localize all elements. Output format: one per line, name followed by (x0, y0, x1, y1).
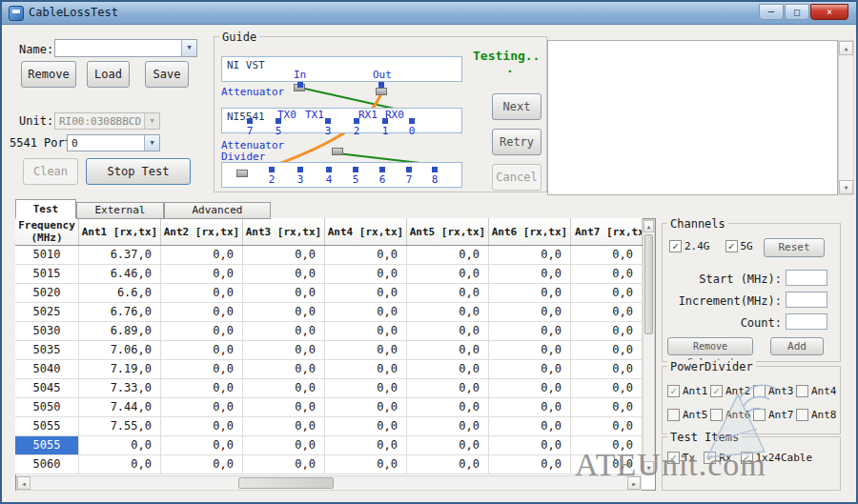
value-cell[interactable]: 0,0 (243, 265, 325, 283)
value-cell[interactable]: 0,0 (571, 379, 643, 397)
table-row[interactable]: 50557.55,00,00,00,00,00,00,0 (15, 417, 643, 436)
checkbox-icon[interactable] (796, 409, 808, 421)
value-cell[interactable]: 6.76,0 (79, 303, 161, 321)
value-cell[interactable]: 0,0 (325, 284, 407, 302)
value-cell[interactable]: 7.19,0 (79, 360, 161, 378)
value-cell[interactable]: 0,0 (161, 398, 243, 416)
close-button[interactable]: × (810, 4, 848, 20)
value-cell[interactable]: 0,0 (161, 360, 243, 378)
tab-external-atten[interactable]: External Atten (76, 202, 164, 219)
clean-button[interactable]: Clean (23, 158, 78, 185)
cancel-button[interactable]: Cancel (492, 164, 541, 191)
tab-test-atten[interactable]: Test Atten (15, 199, 76, 219)
value-cell[interactable]: 0,0 (489, 303, 571, 321)
hscroll-thumb[interactable] (238, 477, 334, 489)
value-cell[interactable]: 0,0 (571, 284, 643, 302)
value-cell[interactable]: 0,0 (571, 436, 643, 454)
value-cell[interactable]: 0,0 (407, 360, 489, 378)
power-divider-checkbox-ant6[interactable]: Ant6 (710, 409, 753, 421)
scroll-left-icon[interactable]: ◀ (17, 476, 31, 490)
maximize-button[interactable]: □ (785, 4, 809, 20)
value-cell[interactable]: 0,0 (243, 246, 325, 264)
value-cell[interactable]: 0,0 (407, 322, 489, 340)
value-cell[interactable]: 0,0 (489, 322, 571, 340)
table-vscrollbar[interactable]: ▲ ▼ (643, 219, 655, 474)
value-cell[interactable]: 0,0 (161, 284, 243, 302)
value-cell[interactable]: 0,0 (325, 455, 407, 474)
value-cell[interactable]: 7.44,0 (79, 398, 161, 416)
scroll-right-icon[interactable]: ▶ (627, 476, 641, 490)
checkbox-icon[interactable]: ✓ (669, 240, 682, 252)
chevron-down-icon[interactable]: ▼ (181, 40, 196, 56)
value-cell[interactable]: 6.46,0 (79, 265, 161, 283)
value-cell[interactable]: 6.89,0 (79, 322, 161, 340)
value-cell[interactable]: 0,0 (161, 341, 243, 359)
channel-checkbox-2.4g[interactable]: ✓2.4G (669, 240, 710, 252)
value-cell[interactable]: 0,0 (489, 455, 571, 474)
value-cell[interactable]: 0,0 (243, 341, 325, 359)
vscroll-thumb[interactable] (644, 234, 653, 334)
table-row[interactable]: 50156.46,00,00,00,00,00,00,0 (15, 265, 643, 284)
power-divider-checkbox-ant8[interactable]: Ant8 (796, 409, 839, 421)
frequency-cell[interactable]: 5020 (15, 284, 79, 302)
scroll-up-icon[interactable]: ▲ (644, 220, 654, 232)
checkbox-icon[interactable] (753, 409, 766, 421)
value-cell[interactable]: 0,0 (489, 436, 571, 454)
value-cell[interactable]: 0,0 (571, 341, 643, 359)
value-cell[interactable]: 0,0 (407, 246, 489, 264)
value-cell[interactable]: 0,0 (243, 322, 325, 340)
start-mhz-input[interactable] (786, 270, 827, 286)
table-row[interactable]: 50600,00,00,00,00,00,00,0 (15, 455, 643, 474)
value-cell[interactable]: 0,0 (407, 341, 489, 359)
value-cell[interactable]: 0,0 (243, 398, 325, 416)
value-cell[interactable]: 0,0 (571, 398, 643, 416)
value-cell[interactable]: 0,0 (489, 341, 571, 359)
value-cell[interactable]: 0,0 (243, 379, 325, 397)
table-row[interactable]: 50457.33,00,00,00,00,00,00,0 (15, 379, 643, 398)
value-cell[interactable]: 0,0 (161, 246, 243, 264)
value-cell[interactable]: 6.6,0 (79, 284, 161, 302)
value-cell[interactable]: 0,0 (571, 417, 643, 435)
frequency-cell[interactable]: 5030 (15, 322, 79, 340)
table-row[interactable]: 50206.6,00,00,00,00,00,00,0 (15, 284, 643, 303)
value-cell[interactable]: 0,0 (243, 303, 325, 321)
frequency-cell[interactable]: 5035 (15, 341, 79, 359)
table-row[interactable]: 50407.19,00,00,00,00,00,00,0 (15, 360, 643, 379)
power-divider-checkbox-ant5[interactable]: Ant5 (667, 409, 710, 421)
value-cell[interactable]: 0,0 (407, 379, 489, 397)
port-combobox[interactable]: 0 ▼ (67, 134, 160, 151)
frequency-cell[interactable]: 5025 (15, 303, 79, 321)
value-cell[interactable]: 0,0 (407, 284, 489, 302)
value-cell[interactable]: 0,0 (489, 417, 571, 435)
column-header[interactable]: Ant6 [rx,tx] (489, 218, 571, 245)
column-header[interactable]: Ant7 [rx,tx] (571, 218, 643, 245)
checkbox-icon[interactable] (796, 385, 808, 397)
value-cell[interactable]: 0,0 (161, 322, 243, 340)
value-cell[interactable]: 0,0 (161, 265, 243, 283)
value-cell[interactable]: 0,0 (571, 322, 643, 340)
value-cell[interactable]: 0,0 (325, 417, 407, 435)
value-cell[interactable]: 0,0 (571, 246, 643, 264)
unit-combobox[interactable]: RI00:0308BBCD ▼ (54, 112, 160, 130)
value-cell[interactable]: 0,0 (407, 398, 489, 416)
checkbox-icon[interactable]: ✓ (725, 240, 738, 252)
checkbox-icon[interactable]: ✓ (741, 452, 753, 464)
value-cell[interactable]: 0,0 (325, 265, 407, 283)
value-cell[interactable]: 0,0 (407, 417, 489, 435)
frequency-cell[interactable]: 5010 (15, 246, 79, 264)
value-cell[interactable]: 0,0 (243, 417, 325, 435)
value-cell[interactable]: 0,0 (571, 360, 643, 378)
log-scrollbar[interactable]: ▲ ▼ (838, 40, 854, 195)
minimize-button[interactable]: ─ (759, 4, 784, 20)
frequency-cell[interactable]: 5045 (15, 379, 79, 397)
next-button[interactable]: Next (492, 93, 541, 120)
test-item-checkbox-tx[interactable]: ✓Tx (667, 452, 695, 464)
value-cell[interactable]: 0,0 (161, 379, 243, 397)
column-header[interactable]: Ant3 [rx,tx] (243, 218, 325, 245)
checkbox-icon[interactable] (753, 385, 766, 397)
frequency-cell[interactable]: 5015 (15, 265, 79, 283)
power-divider-checkbox-ant2[interactable]: ✓Ant2 (710, 385, 753, 397)
value-cell[interactable]: 0,0 (325, 379, 407, 397)
tab-advanced-settings[interactable]: Advanced Settings (164, 202, 271, 219)
value-cell[interactable]: 0,0 (161, 436, 243, 454)
